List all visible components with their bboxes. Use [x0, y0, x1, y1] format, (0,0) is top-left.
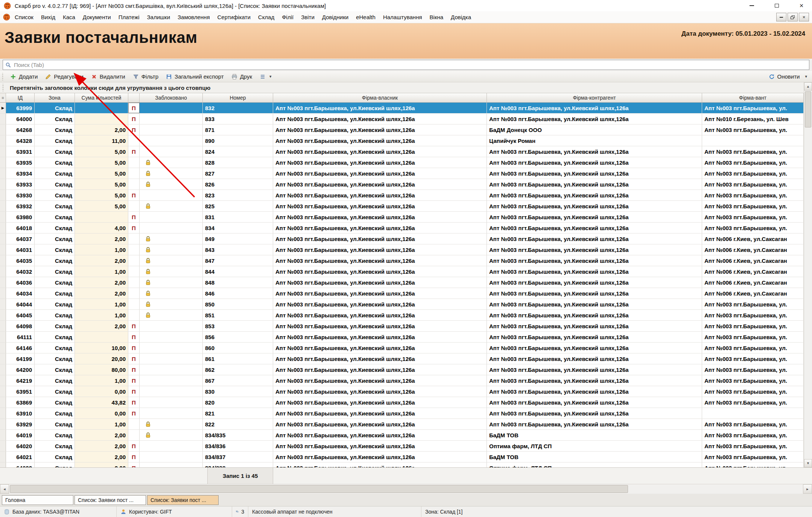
table-row[interactable]: 64044 Склад 1,00 850 Апт №003 пгт.Барыше… — [0, 299, 804, 310]
column-header-zone[interactable]: Зона — [35, 93, 75, 102]
table-row[interactable]: 64037 Склад 2,00 849 Апт №003 пгт.Барыше… — [0, 233, 804, 244]
horizontal-scrollbar[interactable]: ◄ ► — [0, 484, 812, 494]
cell-quantity-sum: 20,00 — [75, 353, 128, 364]
menu-item-16[interactable]: Довідка — [447, 12, 475, 22]
table-row[interactable]: 64035 Склад 2,00 847 Апт №003 пгт.Барыше… — [0, 255, 804, 266]
menu-item-3[interactable]: Каса — [59, 12, 79, 22]
menu-item-15[interactable]: Вікна — [426, 12, 447, 22]
table-row[interactable]: 64199 Склад 20,00 П 861 Апт №003 пгт.Бар… — [0, 353, 804, 364]
table-row[interactable]: 64031 Склад 1,00 843 Апт №003 пгт.Барыше… — [0, 244, 804, 255]
menu-item-7[interactable]: Замовлення — [174, 12, 213, 22]
table-row[interactable]: 64021 Склад 2,00 П 834/837 Апт №003 пгт.… — [0, 452, 804, 462]
delete-button[interactable]: Видалити — [88, 72, 129, 81]
column-header-blocked[interactable]: Заблоковано — [140, 93, 203, 102]
document-date-range: Дата документу: 05.01.2023 - 15.02.2024 — [681, 29, 805, 38]
column-header-owner-firm[interactable]: Фірма-власник — [273, 93, 487, 102]
table-row[interactable]: 63930 Склад 5,00 П 823 Апт №003 пгт.Бары… — [0, 190, 804, 201]
table-row[interactable]: 63935 Склад 5,00 828 Апт №003 пгт.Барыше… — [0, 157, 804, 168]
menu-item-14[interactable]: Налаштування — [379, 12, 426, 22]
tab-list-2-active[interactable]: Список: Заявки пост ... — [147, 495, 219, 505]
cell-zone: Склад — [35, 452, 75, 462]
table-row[interactable]: 64098 Склад 2,00 П 853 Апт №003 пгт.Бары… — [0, 321, 804, 332]
cell-p-flag — [128, 277, 140, 288]
cell-owner-firm: Апт №003 пгт.Барышевка, ул.Киевский шлях… — [273, 288, 487, 299]
table-row[interactable]: 63980 Склад П 831 Апт №003 пгт.Барышевка… — [0, 212, 804, 223]
table-row[interactable]: 63933 Склад 5,00 826 Апт №003 пгт.Барыше… — [0, 179, 804, 190]
view-options-button[interactable]: ▾ — [256, 73, 276, 81]
table-row[interactable]: 63910 Склад 0,00 П 821 Апт №003 пгт.Бары… — [0, 408, 804, 419]
table-row[interactable]: 64219 Склад 1,00 П 867 Апт №003 пгт.Бары… — [0, 375, 804, 386]
column-header-consignee-firm[interactable]: Фірма-вант — [702, 93, 804, 102]
table-row[interactable]: 64019 Склад 2,00 834/835 Апт №003 пгт.Ба… — [0, 430, 804, 441]
menu-item-2[interactable]: Вихід — [37, 12, 59, 22]
group-by-panel[interactable]: Перетягніть заголовок колонки сюди для у… — [0, 82, 804, 93]
vertical-scroll-track[interactable] — [804, 127, 812, 459]
menu-item-6[interactable]: Залишки — [143, 12, 174, 22]
row-indicator — [0, 332, 6, 342]
scroll-up-button[interactable]: ▲ — [804, 82, 812, 91]
table-row[interactable]: 64000 Склад П 833 Апт №003 пгт.Барышевка… — [0, 114, 804, 124]
table-row[interactable]: 64146 Склад 10,00 П 860 Апт №003 пгт.Бар… — [0, 343, 804, 353]
menu-item-12[interactable]: Довідники — [318, 12, 352, 22]
mdi-minimize-button[interactable] — [776, 13, 786, 21]
scroll-left-button[interactable]: ◄ — [0, 484, 9, 494]
tab-home[interactable]: Головна — [2, 495, 73, 505]
mdi-restore-button[interactable] — [788, 13, 798, 21]
table-row[interactable]: 63929 Склад 1,00 822 Апт №003 пгт.Барыше… — [0, 419, 804, 430]
menu-item-5[interactable]: Платежі — [115, 12, 143, 22]
vertical-scrollbar[interactable]: ▲ ▼ — [804, 82, 812, 467]
column-header-contragent-firm[interactable]: Фірма-контрагент — [487, 93, 702, 102]
export-button[interactable]: Загальний експорт — [163, 72, 227, 81]
scroll-right-button[interactable]: ► — [803, 484, 812, 494]
tab-list-1[interactable]: Список: Заявки пост ... — [75, 495, 146, 505]
table-row[interactable]: 63951 Склад 0,00 П 830 Апт №003 пгт.Бары… — [0, 386, 804, 397]
table-row[interactable]: 64018 Склад 4,00 П 834 Апт №003 пгт.Бары… — [0, 223, 804, 233]
minimize-button[interactable] — [748, 2, 756, 9]
menu-item-1[interactable]: Список — [11, 12, 37, 22]
cell-zone: Склад — [35, 462, 75, 467]
maximize-button[interactable] — [773, 2, 780, 9]
menu-item-8[interactable]: Сертифікати — [214, 12, 254, 22]
cell-zone: Склад — [35, 343, 75, 353]
filter-button[interactable]: Фільтр — [129, 72, 162, 81]
menu-item-10[interactable]: Філії — [278, 12, 297, 22]
menu-item-9[interactable]: Склад — [254, 12, 278, 22]
horizontal-scroll-track[interactable] — [9, 484, 803, 494]
menu-item-13[interactable]: eHealth — [352, 12, 379, 22]
vertical-scroll-thumb[interactable] — [805, 91, 811, 127]
refresh-button[interactable]: Оновити — [765, 72, 803, 81]
add-button[interactable]: Додати — [7, 72, 41, 81]
column-header-id[interactable]: ІД — [6, 93, 35, 102]
menu-item-11[interactable]: Звіти — [297, 12, 318, 22]
cell-quantity-sum: 2,00 — [75, 288, 128, 299]
cell-owner-firm: Апт №003 пгт.Барышевка, ул.Киевский шлях… — [273, 266, 487, 277]
edit-button[interactable]: Редагувати — [42, 72, 87, 81]
table-row[interactable]: 63931 Склад 5,00 П 824 Апт №003 пгт.Бары… — [0, 146, 804, 157]
table-row[interactable]: 64034 Склад 2,00 846 Апт №003 пгт.Барыше… — [0, 288, 804, 299]
column-header-p-flag[interactable] — [128, 93, 140, 102]
table-row[interactable]: 63932 Склад 5,00 825 Апт №003 пгт.Барыше… — [0, 201, 804, 212]
table-row[interactable]: 64020 Склад 2,00 П 834/836 Апт №003 пгт.… — [0, 441, 804, 452]
menu-item-4[interactable]: Документи — [79, 12, 115, 22]
column-header-number[interactable]: Номер — [203, 93, 273, 102]
table-row[interactable]: 63934 Склад 5,00 827 Апт №003 пгт.Барыше… — [0, 168, 804, 179]
table-row[interactable]: 64045 Склад 1,00 851 Апт №003 пгт.Барыше… — [0, 310, 804, 321]
search-input[interactable] — [14, 62, 807, 68]
print-button[interactable]: Друк — [228, 72, 255, 81]
table-row[interactable]: 64036 Склад 2,00 848 Апт №003 пгт.Барыше… — [0, 277, 804, 288]
table-row[interactable]: 63869 Склад 43,82 П 820 Апт №003 пгт.Бар… — [0, 397, 804, 408]
table-row[interactable]: 64032 Склад 1,00 844 Апт №003 пгт.Барыше… — [0, 266, 804, 277]
horizontal-scroll-thumb[interactable] — [10, 485, 628, 493]
table-row[interactable]: 64111 Склад П 856 Апт №003 пгт.Барышевка… — [0, 332, 804, 343]
table-row[interactable]: 64200 Склад 80,00 П 862 Апт №003 пгт.Бар… — [0, 364, 804, 375]
close-button[interactable]: × — [798, 2, 805, 9]
scroll-down-button[interactable]: ▼ — [804, 459, 812, 467]
table-row[interactable]: 64328 Склад 11,00 890 Апт №003 пгт.Барыш… — [0, 135, 804, 146]
table-row[interactable]: ▶ 63999 Склад П 832 Апт №003 пгт.Барышев… — [0, 103, 804, 114]
column-header-quantity-sum[interactable]: Сума кількостей — [75, 93, 128, 102]
table-row[interactable]: 64268 Склад 2,00 П 871 Апт №003 пгт.Бары… — [0, 124, 804, 135]
toolbar-overflow-chevron[interactable]: ▾ — [804, 74, 808, 79]
mdi-close-button[interactable]: × — [799, 13, 809, 21]
table-row[interactable]: 64022 Склад 2,00 П 834/838 Апт №003 пгт.… — [0, 462, 804, 467]
cell-zone: Склад — [35, 332, 75, 342]
